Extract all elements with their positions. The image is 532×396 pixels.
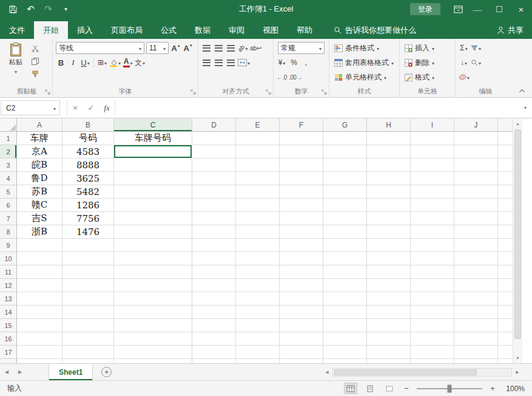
cell-D15[interactable] <box>192 319 236 332</box>
cell-I18[interactable] <box>411 359 454 363</box>
cell-D3[interactable] <box>192 159 236 172</box>
ribbon-tab-file[interactable]: 文件 <box>0 21 34 39</box>
row-header-2[interactable]: 2 <box>0 145 17 159</box>
column-header-D[interactable]: D <box>192 118 236 132</box>
cell-G3[interactable] <box>323 159 367 172</box>
cell-F3[interactable] <box>280 159 323 172</box>
page-layout-view-button[interactable] <box>363 383 377 394</box>
align-right-button[interactable] <box>226 56 236 69</box>
cell-A5[interactable]: 苏B <box>17 185 62 199</box>
ribbon-tab-view[interactable]: 视图 <box>254 21 288 39</box>
cell-G6[interactable] <box>323 199 367 212</box>
cell-B6[interactable]: 1286 <box>62 199 114 212</box>
cell-I5[interactable] <box>411 185 454 199</box>
normal-view-button[interactable] <box>344 383 357 394</box>
ribbon-display-options-button[interactable] <box>450 1 466 18</box>
cell-H11[interactable] <box>367 265 411 279</box>
column-header-F[interactable]: F <box>280 118 323 132</box>
cell-H3[interactable] <box>367 159 411 172</box>
cell-B3[interactable]: 8888 <box>62 159 114 172</box>
cell-F15[interactable] <box>280 319 323 332</box>
cell-H5[interactable] <box>367 185 411 199</box>
cell-D13[interactable] <box>192 292 236 306</box>
cell-H17[interactable] <box>367 346 411 359</box>
name-box-dropdown-icon[interactable] <box>50 104 59 112</box>
cell-I10[interactable] <box>411 252 454 265</box>
underline-button[interactable]: U <box>80 56 90 69</box>
cell-D18[interactable] <box>192 359 236 363</box>
row-header-12[interactable]: 12 <box>0 279 17 292</box>
phonetic-guide-button[interactable]: 文 <box>135 56 145 69</box>
ribbon-tab-page-layout[interactable]: 页面布局 <box>102 21 152 39</box>
cell-A3[interactable]: 皖B <box>17 159 62 172</box>
ribbon-tab-home[interactable]: 开始 <box>34 21 68 39</box>
cell-J17[interactable] <box>454 346 498 359</box>
row-header-3[interactable]: 3 <box>0 159 17 172</box>
cell-C12[interactable] <box>114 279 192 292</box>
vertical-scroll-thumb[interactable] <box>514 129 521 339</box>
cut-button[interactable] <box>32 44 42 53</box>
percent-style-button[interactable]: % <box>289 56 299 69</box>
align-top-button[interactable] <box>201 42 212 54</box>
column-header-C[interactable]: C <box>114 118 192 132</box>
column-header-B[interactable]: B <box>62 118 114 132</box>
cell-G8[interactable] <box>323 225 367 239</box>
save-button[interactable] <box>5 1 21 18</box>
cell-C3[interactable] <box>114 159 192 172</box>
increase-font-size-button[interactable]: A <box>170 42 181 54</box>
cell-E15[interactable] <box>236 319 280 332</box>
align-center-button[interactable] <box>214 56 224 69</box>
format-cells-button[interactable]: 格式 <box>402 70 453 84</box>
cell-E1[interactable] <box>236 132 280 145</box>
name-box[interactable]: C2 <box>1 100 60 115</box>
delete-cells-button[interactable]: 删除 <box>402 56 453 69</box>
cell-E10[interactable] <box>236 252 280 265</box>
cell-C10[interactable] <box>114 252 192 265</box>
cell-D10[interactable] <box>192 252 236 265</box>
cell-D17[interactable] <box>192 346 236 359</box>
font-color-button[interactable]: A <box>123 56 133 69</box>
tell-me-search[interactable]: 告诉我你想要做什么 <box>334 21 416 39</box>
cell-C7[interactable] <box>114 212 192 225</box>
row-header-11[interactable]: 11 <box>0 265 17 279</box>
cell-E3[interactable] <box>236 159 280 172</box>
cell-I11[interactable] <box>411 265 454 279</box>
cell-D8[interactable] <box>192 225 236 239</box>
cell-C6[interactable] <box>114 199 192 212</box>
cell-A17[interactable] <box>17 346 62 359</box>
formula-bar-splitter[interactable] <box>60 100 67 115</box>
cell-C4[interactable] <box>114 172 192 185</box>
autosum-button[interactable]: Σ <box>459 42 469 54</box>
cell-C18[interactable] <box>114 359 192 363</box>
cell-G18[interactable] <box>323 359 367 363</box>
borders-button[interactable]: ⊞ <box>97 56 107 69</box>
cell-H13[interactable] <box>367 292 411 306</box>
row-header-10[interactable]: 10 <box>0 252 17 265</box>
cell-A9[interactable] <box>17 239 62 252</box>
row-header-17[interactable]: 17 <box>0 346 17 359</box>
sheet-tab-sheet1[interactable]: Sheet1 <box>49 364 93 380</box>
scroll-right-icon[interactable]: ▶ <box>513 370 522 375</box>
cell-C5[interactable] <box>114 185 192 199</box>
zoom-level[interactable]: 100% <box>503 384 525 393</box>
cell-I8[interactable] <box>411 225 454 239</box>
formula-bar-expand-icon[interactable] <box>519 100 532 115</box>
cell-F9[interactable] <box>280 239 323 252</box>
row-header-5[interactable]: 5 <box>0 185 17 199</box>
cell-J2[interactable] <box>454 145 498 159</box>
conditional-formatting-button[interactable]: 条件格式 <box>331 41 397 55</box>
cell-I6[interactable] <box>411 199 454 212</box>
cell-D4[interactable] <box>192 172 236 185</box>
cell-F4[interactable] <box>280 172 323 185</box>
cell-C11[interactable] <box>114 265 192 279</box>
cell-I17[interactable] <box>411 346 454 359</box>
collapse-ribbon-icon[interactable] <box>516 86 527 95</box>
horizontal-scrollbar[interactable]: ◀ ▶ <box>322 364 522 380</box>
cell-J14[interactable] <box>454 306 498 319</box>
cell-B4[interactable]: 3625 <box>62 172 114 185</box>
clear-button[interactable] <box>459 71 470 83</box>
cell-D14[interactable] <box>192 306 236 319</box>
new-sheet-button[interactable]: + <box>101 367 112 377</box>
cell-E8[interactable] <box>236 225 280 239</box>
cell-H2[interactable] <box>367 145 411 159</box>
